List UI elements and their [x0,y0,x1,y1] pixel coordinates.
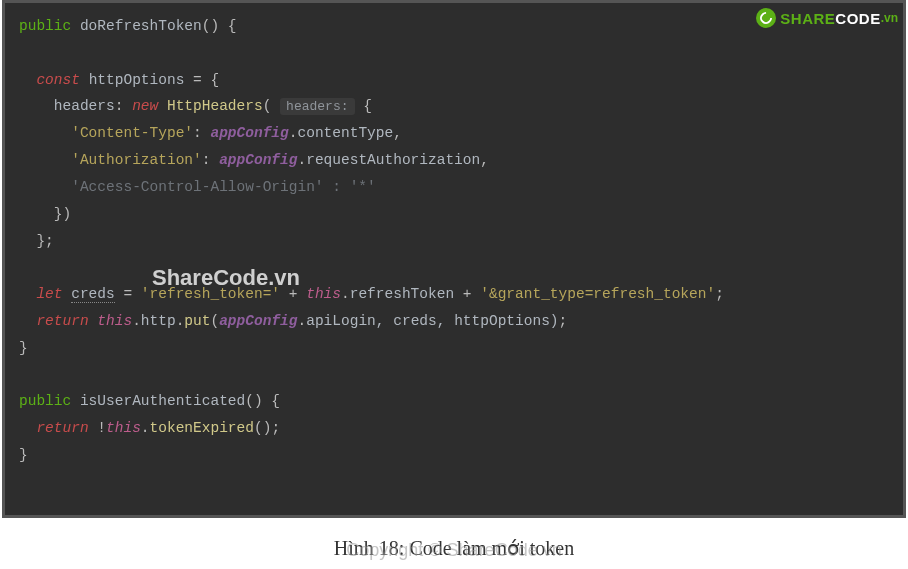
method-name: doRefreshToken [80,18,202,34]
param-hint: headers: [280,98,354,115]
watermark-center: ShareCode.vn [152,265,300,291]
keyword-return: return [36,313,88,329]
keyword-public: public [19,18,71,34]
keyword-const: const [36,72,80,88]
copyright-watermark: Copyright © ShareCode.vn [0,540,908,561]
sharecode-logo: SHARECODE.vn [756,8,898,28]
logo-icon [756,8,776,28]
code-block: public doRefreshToken() { const httpOpti… [2,0,906,518]
keyword-let: let [36,286,62,302]
